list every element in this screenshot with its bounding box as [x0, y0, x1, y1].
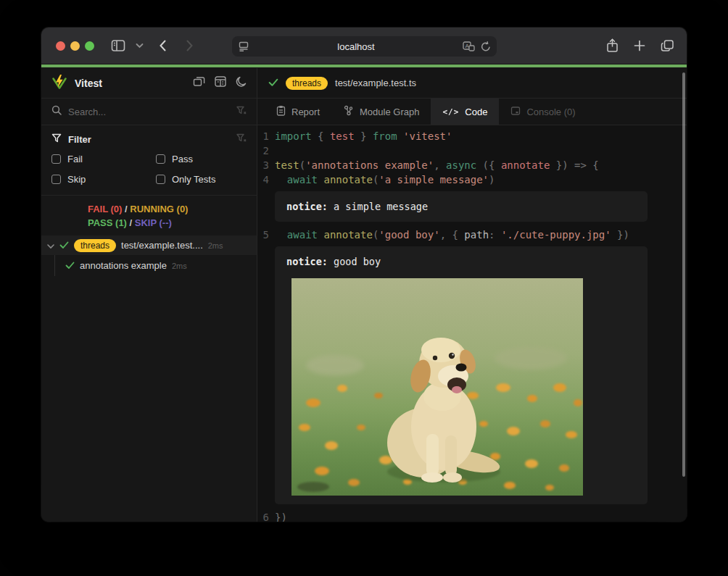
file-name: test/example.test....	[121, 240, 203, 251]
notice-message: good boy	[328, 256, 381, 267]
chevron-down-icon[interactable]	[47, 239, 54, 252]
vitest-logo-icon	[51, 74, 67, 93]
module-graph-icon	[343, 105, 354, 118]
code-icon: </>	[442, 107, 459, 117]
code-line: 2	[257, 143, 687, 158]
reload-icon[interactable]	[481, 41, 491, 52]
checkbox-fail[interactable]: Fail	[51, 154, 156, 164]
checkbox-box	[156, 175, 165, 184]
collapse-windows-icon[interactable]	[193, 76, 205, 90]
chevron-down-icon[interactable]	[136, 43, 144, 49]
new-tab-icon[interactable]	[634, 40, 645, 51]
tab-report[interactable]: Report	[265, 99, 331, 125]
minimize-window-button[interactable]	[70, 41, 80, 51]
checkbox-only-tests[interactable]: Only Tests	[156, 174, 247, 185]
page-icon	[238, 41, 249, 52]
dark-mode-icon[interactable]	[236, 76, 247, 91]
search-placeholder: Search...	[68, 107, 230, 117]
line-number: 3	[257, 158, 275, 172]
code-editor: 1import { test } from 'vitest'23test('an…	[257, 125, 687, 522]
main-panel: threads test/example.test.ts Report	[257, 68, 687, 522]
filter-icon	[51, 133, 62, 145]
code-line: 1import { test } from 'vitest'	[257, 129, 687, 143]
browser-chrome: localhost A	[41, 28, 687, 64]
checkbox-box	[51, 175, 61, 184]
code-text: await annotate('a simple message')	[275, 172, 495, 187]
checkbox-box	[51, 154, 61, 164]
file-header: threads test/example.test.ts	[257, 68, 687, 99]
code-line: 3test('annotations example', async ({ an…	[257, 158, 687, 172]
browser-window: localhost A	[41, 28, 687, 522]
pass-check-icon	[268, 77, 278, 90]
pass-check-icon	[65, 259, 75, 272]
pass-count: PASS (1)	[88, 217, 127, 228]
pool-badge: threads	[286, 77, 328, 90]
puppy-image	[291, 278, 583, 496]
line-number: 1	[257, 129, 275, 143]
running-count: RUNNING (0)	[130, 204, 188, 214]
dashboard-icon[interactable]	[215, 76, 226, 90]
close-window-button[interactable]	[56, 41, 65, 51]
notice-message: a simple message	[328, 201, 428, 212]
tab-console[interactable]: Console (0)	[499, 99, 587, 125]
code-text: await annotate('good boy', { path: './cu…	[275, 228, 629, 242]
notice-label: notice:	[286, 201, 328, 212]
search-icon	[51, 105, 62, 118]
sidebar-toggle-icon[interactable]	[111, 39, 125, 52]
line-number: 4	[257, 172, 275, 187]
line-number: 5	[257, 228, 275, 242]
code-text: import { test } from 'vitest'	[275, 129, 452, 143]
code-line: 5 await annotate('good boy', { path: './…	[257, 228, 687, 242]
code-line: 6})	[257, 510, 687, 522]
address-bar[interactable]: localhost A	[232, 36, 497, 57]
app-title: Vitest	[75, 78, 193, 89]
tab-overview-icon[interactable]	[661, 39, 674, 52]
filter-title: Filter	[68, 134, 91, 145]
tab-module-graph[interactable]: Module Graph	[331, 99, 431, 125]
test-name: annotations example	[80, 260, 167, 271]
open-file-name: test/example.test.ts	[335, 78, 416, 88]
page-accent-bar	[41, 64, 687, 67]
clear-search-filter-icon[interactable]	[236, 105, 247, 118]
file-duration: 2ms	[208, 241, 223, 250]
tab-code[interactable]: </> Code	[431, 99, 499, 125]
view-tabs: Report Module Graph </> Code	[257, 99, 687, 125]
notice-label: notice:	[286, 256, 328, 267]
test-duration: 2ms	[172, 262, 187, 270]
pool-badge: threads	[74, 239, 116, 252]
forward-button[interactable]	[186, 39, 194, 52]
search-input[interactable]: Search...	[41, 99, 257, 125]
share-icon[interactable]	[606, 38, 619, 53]
checkbox-skip[interactable]: Skip	[51, 174, 156, 185]
annotation-notice: notice: a simple message	[275, 191, 648, 222]
zoom-window-button[interactable]	[85, 41, 94, 51]
report-icon	[276, 105, 286, 118]
code-text: })	[275, 510, 287, 522]
translate-icon[interactable]: A	[463, 41, 475, 51]
tree-item-test-file[interactable]: threads test/example.test.... 2ms	[41, 235, 257, 255]
tree-guide-line	[54, 255, 55, 276]
skip-count: SKIP (--)	[135, 217, 172, 228]
annotation-notice: notice: good boy	[275, 246, 648, 504]
code-text: test('annotations example', async ({ ann…	[275, 158, 599, 172]
fail-count: FAIL (0)	[88, 204, 122, 214]
back-button[interactable]	[159, 39, 167, 52]
line-number: 6	[257, 510, 275, 522]
sidebar-header: Vitest	[41, 68, 257, 99]
filter-section: Filter Fail	[41, 125, 257, 196]
code-line: 4 await annotate('a simple message')	[257, 172, 687, 187]
vertical-scrollbar[interactable]	[682, 72, 685, 477]
screenshot-root: localhost A	[0, 0, 728, 576]
pass-check-icon	[59, 239, 69, 252]
vitest-sidebar: Vitest	[41, 68, 257, 522]
clear-filter-icon[interactable]	[236, 133, 247, 145]
console-icon	[510, 106, 521, 118]
line-number: 2	[257, 143, 275, 158]
test-summary: FAIL (0) / RUNNING (0) PASS (1) / SKIP (…	[41, 196, 257, 235]
checkbox-box	[156, 154, 165, 164]
url-text: localhost	[249, 41, 463, 52]
checkbox-pass[interactable]: Pass	[156, 154, 247, 164]
tree-item-test-case[interactable]: annotations example 2ms	[41, 255, 257, 276]
